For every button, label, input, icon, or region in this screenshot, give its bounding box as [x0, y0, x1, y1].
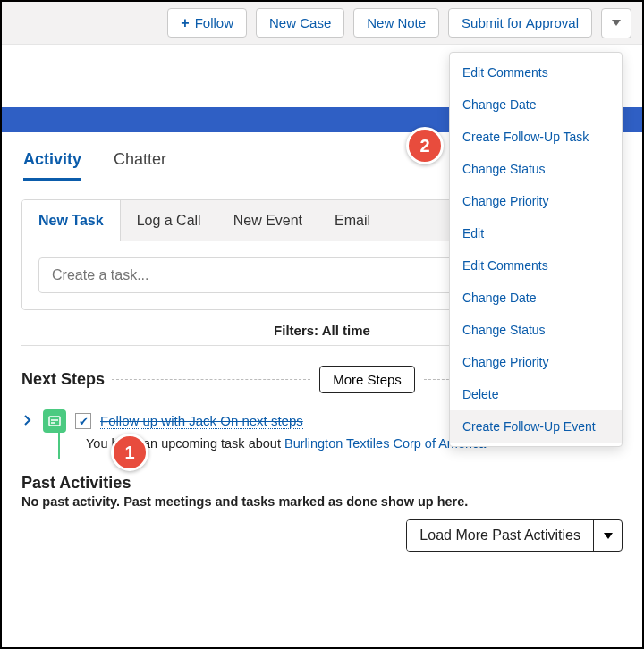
menu-item[interactable]: Change Status: [450, 153, 622, 185]
menu-item[interactable]: Edit: [450, 217, 622, 249]
composer-tab-email[interactable]: Email: [318, 200, 386, 241]
menu-item[interactable]: Change Date: [450, 282, 622, 314]
chevron-down-icon: [612, 20, 621, 26]
menu-item[interactable]: Edit Comments: [450, 249, 622, 282]
composer-tab-new-task[interactable]: New Task: [22, 200, 121, 241]
past-activities-title: Past Activities: [21, 474, 623, 493]
svg-rect-0: [49, 417, 60, 426]
follow-label: Follow: [195, 15, 233, 30]
expand-icon[interactable]: [21, 414, 34, 428]
follow-button[interactable]: + Follow: [167, 8, 247, 38]
submit-approval-button[interactable]: Submit for Approval: [448, 8, 592, 38]
task-icon: [43, 409, 66, 433]
record-panel: + Follow New Case New Note Submit for Ap…: [0, 0, 644, 649]
task-subject-link[interactable]: Follow up with Jack On next steps: [100, 413, 303, 429]
load-more-group: Load More Past Activities: [406, 519, 623, 552]
callout-badge-1: 1: [111, 434, 148, 471]
next-steps-title: Next Steps: [21, 370, 105, 389]
chevron-down-icon: [604, 533, 613, 539]
dashed-line: [112, 379, 310, 380]
action-bar: + Follow New Case New Note Submit for Ap…: [2, 2, 642, 45]
menu-item[interactable]: Change Priority: [450, 346, 622, 378]
more-steps-button[interactable]: More Steps: [319, 366, 415, 393]
menu-item[interactable]: Change Date: [450, 88, 622, 121]
menu-item[interactable]: Create Follow-Up Event: [450, 410, 622, 442]
new-note-button[interactable]: New Note: [353, 8, 439, 38]
menu-item[interactable]: Delete: [450, 378, 622, 410]
load-more-menu-button[interactable]: [593, 520, 622, 551]
plus-icon: +: [181, 16, 189, 30]
row-actions-menu: Edit CommentsChange DateCreate Follow-Up…: [449, 52, 623, 447]
load-more-wrap: Load More Past Activities: [21, 519, 623, 552]
menu-item[interactable]: Change Status: [450, 314, 622, 346]
composer-tab-log-call[interactable]: Log a Call: [121, 200, 217, 241]
menu-item[interactable]: Change Priority: [450, 185, 622, 217]
past-activities-empty: No past activity. Past meetings and task…: [21, 494, 623, 509]
load-more-button[interactable]: Load More Past Activities: [407, 520, 593, 551]
composer-tab-new-event[interactable]: New Event: [217, 200, 318, 241]
tab-chatter[interactable]: Chatter: [114, 138, 166, 181]
task-checkbox[interactable]: ✔: [75, 413, 91, 429]
callout-badge-2: 2: [406, 127, 444, 164]
new-case-button[interactable]: New Case: [256, 8, 344, 38]
more-actions-button[interactable]: [601, 8, 631, 38]
menu-item[interactable]: Create Follow-Up Task: [450, 121, 622, 153]
menu-item[interactable]: Edit Comments: [450, 56, 622, 88]
tab-activity[interactable]: Activity: [23, 138, 81, 181]
